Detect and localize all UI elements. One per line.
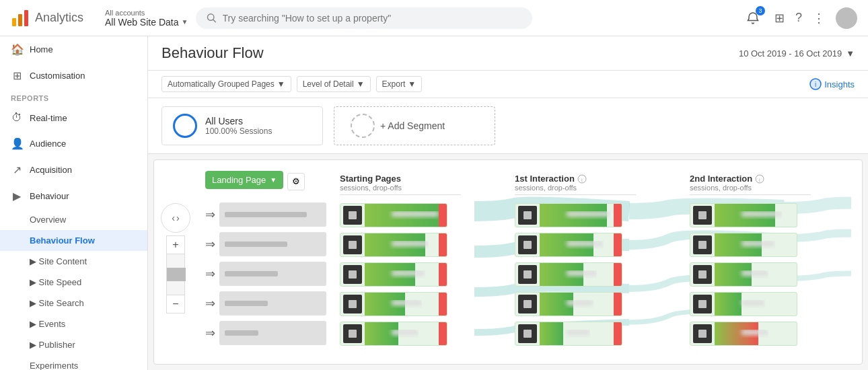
- sidebar-sub-site-speed[interactable]: ▶ Site Speed: [0, 272, 147, 293]
- second-node-3-icon: [693, 265, 712, 284]
- search-bar[interactable]: [196, 7, 532, 29]
- sidebar-item-home[interactable]: 🏠 Home: [0, 36, 147, 63]
- entry-arrow-4: ⇒: [205, 296, 215, 311]
- main-layout: 🏠 Home ⊞ Customisation REPORTS ⏱ Real-ti…: [0, 36, 868, 370]
- add-segment-box[interactable]: + Add Segment: [334, 106, 495, 145]
- sidebar-sub-behaviour-flow[interactable]: Behaviour Flow: [0, 230, 147, 251]
- entry-bar-2: [225, 242, 287, 247]
- apps-icon[interactable]: ⊞: [774, 11, 785, 26]
- sidebar-item-realtime[interactable]: ⏱ Real-time: [0, 105, 147, 131]
- svg-rect-19: [523, 330, 532, 338]
- nav-back-icon[interactable]: ‹: [172, 213, 175, 223]
- entry-box-5: [219, 321, 326, 345]
- segment-1-box[interactable]: All Users 100.00% Sessions: [161, 106, 323, 145]
- landing-gear-button[interactable]: ⚙: [287, 173, 305, 190]
- svg-rect-17: [523, 270, 532, 279]
- svg-rect-22: [698, 211, 707, 219]
- sidebar-item-behaviour[interactable]: ▶ Behaviour: [0, 183, 147, 209]
- node-1-icon: [343, 206, 362, 225]
- starting-node-5[interactable]: [340, 322, 447, 346]
- node-4-icon: [343, 295, 362, 313]
- first-node-5-text: [540, 330, 590, 338]
- second-node-4[interactable]: [690, 292, 797, 316]
- notifications-button[interactable]: 3: [742, 7, 764, 29]
- svg-rect-0: [12, 18, 16, 26]
- first-interaction-column: 1st Interaction i sessions, drop-offs: [515, 171, 636, 346]
- starting-node-2[interactable]: [340, 233, 447, 257]
- help-icon[interactable]: ?: [795, 11, 802, 25]
- starting-node-4[interactable]: [340, 292, 447, 316]
- sidebar-sub-site-search[interactable]: ▶ Site Search: [0, 293, 147, 313]
- sidebar-sub-experiments[interactable]: Experiments: [0, 355, 147, 370]
- first-interaction-info-icon: i: [577, 174, 587, 184]
- sidebar-label-home: Home: [30, 44, 53, 54]
- app-header: Analytics All accounts All Web Site Data…: [0, 0, 868, 36]
- level-detail-arrow: ▼: [357, 79, 365, 89]
- first-node-5[interactable]: [515, 322, 622, 346]
- node-3-icon: [343, 265, 362, 284]
- first-node-3[interactable]: [515, 262, 622, 287]
- insights-button[interactable]: i Insights: [809, 78, 855, 90]
- entry-box-1: [219, 202, 326, 227]
- more-icon[interactable]: ⋮: [813, 11, 825, 26]
- first-node-1-icon: [518, 206, 537, 225]
- entry-box-2: [219, 232, 326, 256]
- user-avatar[interactable]: [836, 7, 857, 29]
- zoom-in-button[interactable]: +: [166, 235, 185, 254]
- nav-forward-icon[interactable]: ›: [176, 213, 180, 223]
- segment-1-pct: 100.00% Sessions: [205, 126, 272, 136]
- first-interaction-header: 1st Interaction i sessions, drop-offs: [515, 171, 636, 195]
- sidebar-label-behaviour: Behaviour: [30, 191, 69, 201]
- zoom-out-button[interactable]: −: [166, 295, 185, 313]
- nav-circle[interactable]: ‹ ›: [161, 203, 190, 233]
- search-icon: [207, 13, 217, 24]
- landing-column: Landing Page ▼ ⚙ ⇒: [205, 171, 326, 345]
- logo-area: Analytics: [11, 9, 92, 28]
- sidebar-sub-overview[interactable]: Overview: [0, 209, 147, 230]
- second-node-2[interactable]: [690, 233, 797, 257]
- sidebar-item-audience[interactable]: 👤 Audience: [0, 131, 147, 157]
- starting-node-3[interactable]: [340, 262, 447, 287]
- export-button[interactable]: Export ▼: [376, 76, 423, 92]
- starting-node-1[interactable]: [340, 203, 447, 227]
- grouped-pages-button[interactable]: Automatically Grouped Pages ▼: [161, 76, 291, 92]
- account-name[interactable]: All Web Site Data ▼: [105, 17, 188, 28]
- customisation-icon: ⊞: [11, 69, 23, 82]
- sidebar-sub-site-content[interactable]: ▶ Site Content: [0, 251, 147, 272]
- segment-area: All Users 100.00% Sessions + Add Segment: [148, 98, 868, 154]
- date-range-text: 10 Oct 2019 - 16 Oct 2019: [739, 48, 842, 59]
- first-node-4[interactable]: [515, 292, 622, 316]
- entry-node-1: ⇒: [205, 202, 326, 227]
- entry-bar-3: [225, 271, 278, 276]
- svg-rect-23: [698, 241, 707, 249]
- svg-rect-18: [523, 300, 532, 308]
- realtime-icon: ⏱: [11, 112, 23, 124]
- second-interaction-title: 2nd Interaction: [690, 174, 752, 184]
- sidebar-item-acquisition[interactable]: ↗ Acquisition: [0, 157, 147, 183]
- search-input[interactable]: [223, 13, 522, 24]
- node-1-text: [365, 211, 439, 219]
- first-node-2[interactable]: [515, 233, 622, 257]
- level-of-detail-button[interactable]: Level of Detail ▼: [297, 76, 371, 92]
- landing-page-dropdown[interactable]: Landing Page ▼: [205, 171, 283, 189]
- entry-box-3: [219, 262, 326, 286]
- sidebar-item-customisation[interactable]: ⊞ Customisation: [0, 63, 147, 89]
- flow-container[interactable]: ‹ › + −: [153, 159, 863, 365]
- date-range-picker[interactable]: 10 Oct 2019 - 16 Oct 2019 ▼: [739, 48, 855, 59]
- sidebar-sub-events[interactable]: ▶ Events: [0, 313, 147, 334]
- account-selector[interactable]: All accounts All Web Site Data ▼: [105, 9, 188, 28]
- first-node-5-exit: [614, 322, 622, 345]
- home-icon: 🏠: [11, 43, 23, 56]
- node-5-icon: [343, 324, 362, 343]
- svg-rect-15: [523, 211, 532, 219]
- second-node-1[interactable]: [690, 203, 797, 227]
- second-node-3[interactable]: [690, 262, 797, 287]
- node-4-text: [365, 300, 422, 308]
- first-node-2-icon: [518, 235, 537, 254]
- app-name: Analytics: [35, 11, 83, 25]
- first-node-1[interactable]: [515, 203, 622, 227]
- sidebar-sub-publisher[interactable]: ▶ Publisher: [0, 334, 147, 355]
- svg-rect-11: [349, 300, 357, 308]
- second-node-3-text: [715, 270, 768, 279]
- second-node-5[interactable]: [690, 322, 797, 346]
